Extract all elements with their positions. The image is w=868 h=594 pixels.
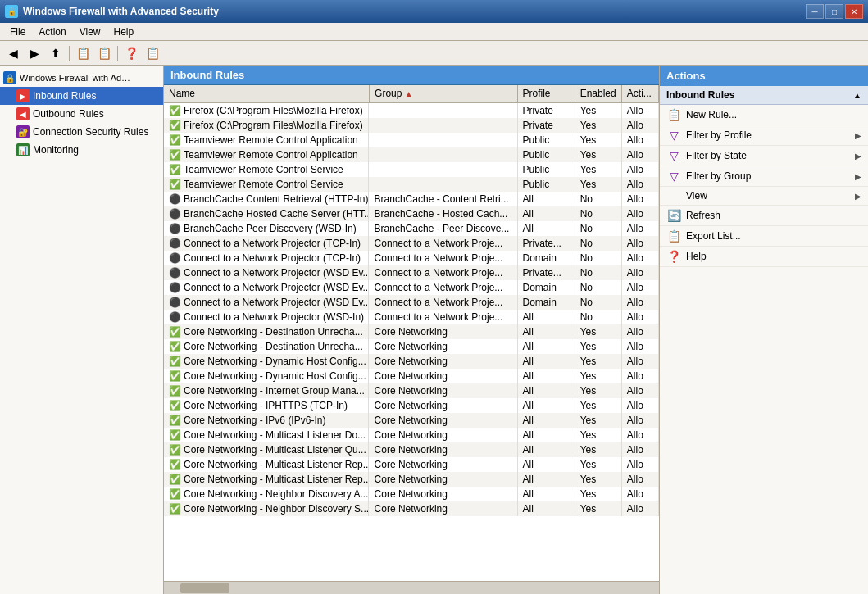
cell-action: Allo <box>621 413 658 428</box>
sidebar-root-item[interactable]: 🔒 Windows Firewall with Advanc... <box>0 69 163 87</box>
table-row[interactable]: ✅ Core Networking - Multicast Listener D… <box>164 428 659 442</box>
table-row[interactable]: ✅ Core Networking - IPv6 (IPv6-In) Core … <box>164 413 659 428</box>
table-row[interactable]: ✅ Teamviewer Remote Control Service Publ… <box>164 177 659 192</box>
action-export-list[interactable]: 📋 Export List... <box>660 226 868 247</box>
action-new-rule[interactable]: 📋 New Rule... <box>660 105 868 125</box>
table-row[interactable]: ✅ Core Networking - Destination Unrecha.… <box>164 324 659 339</box>
table-row[interactable]: ⚫ Connect to a Network Projector (WSD Ev… <box>164 265 659 280</box>
toolbar-list[interactable]: 📋 <box>143 44 162 62</box>
refresh-icon: 🔄 <box>666 209 681 222</box>
cell-group: Core Networking <box>370 501 517 516</box>
cell-group: Connect to a Network Proje... <box>370 251 517 265</box>
cell-enabled: No <box>575 265 621 280</box>
horizontal-scrollbar[interactable] <box>164 581 659 594</box>
cell-profile: All <box>517 221 575 236</box>
filter-state-submenu-arrow: ▶ <box>855 152 861 161</box>
rule-name: Firefox (C:\Program Files\Mozilla Firefo… <box>184 105 363 116</box>
cell-enabled: Yes <box>575 324 621 339</box>
cell-profile: All <box>517 398 575 413</box>
cell-profile: All <box>517 192 575 206</box>
col-name[interactable]: Name <box>164 85 370 102</box>
table-row[interactable]: ✅ Core Networking - Internet Group Mana.… <box>164 383 659 398</box>
sidebar-item-outbound[interactable]: ◀ Outbound Rules <box>0 105 163 123</box>
toolbar-copy1[interactable]: 📋 <box>73 44 93 62</box>
cell-name: ✅ Core Networking - IPHTTPS (TCP-In) <box>164 398 369 413</box>
table-row[interactable]: ✅ Core Networking - IPHTTPS (TCP-In) Cor… <box>164 398 659 413</box>
table-row[interactable]: ✅ Teamviewer Remote Control Application … <box>164 147 659 162</box>
toolbar-up[interactable]: ⬆ <box>46 44 66 62</box>
table-row[interactable]: ⚫ Connect to a Network Projector (WSD Ev… <box>164 280 659 295</box>
help-icon: ❓ <box>666 250 681 263</box>
table-row[interactable]: ✅ Core Networking - Multicast Listener Q… <box>164 442 659 457</box>
action-view[interactable]: View ▶ <box>660 187 868 206</box>
table-row[interactable]: ⚫ Connect to a Network Projector (WSD Ev… <box>164 295 659 310</box>
rules-table: Name Group ▲ Profile Enabled Acti... ✅ F… <box>164 85 659 516</box>
toolbar-copy2[interactable]: 📋 <box>94 44 114 62</box>
cell-name: ✅ Core Networking - Dynamic Host Config.… <box>164 354 369 369</box>
table-row[interactable]: ⚫ Connect to a Network Projector (WSD-In… <box>164 310 659 324</box>
cell-name: ⚫ BranchCache Peer Discovery (WSD-In) <box>164 221 369 236</box>
menu-file[interactable]: File <box>3 25 32 39</box>
action-help[interactable]: ❓ Help <box>660 247 868 267</box>
table-row[interactable]: ⚫ BranchCache Content Retrieval (HTTP-In… <box>164 192 659 206</box>
action-new-rule-label: New Rule... <box>686 109 737 120</box>
col-group[interactable]: Group ▲ <box>370 85 517 102</box>
scrollbar-thumb[interactable] <box>180 583 229 593</box>
rule-name: Teamviewer Remote Control Application <box>184 134 358 146</box>
table-row[interactable]: ✅ Core Networking - Dynamic Host Config.… <box>164 354 659 369</box>
cell-name: ⚫ Connect to a Network Projector (TCP-In… <box>164 236 369 251</box>
rules-table-container[interactable]: Name Group ▲ Profile Enabled Acti... ✅ F… <box>164 85 659 581</box>
action-filter-state[interactable]: ▽ Filter by State ▶ <box>660 146 868 166</box>
table-row[interactable]: ✅ Core Networking - Destination Unrecha.… <box>164 339 659 354</box>
table-row[interactable]: ✅ Teamviewer Remote Control Application … <box>164 133 659 147</box>
table-row[interactable]: ✅ Firefox (C:\Program Files\Mozilla Fire… <box>164 118 659 133</box>
cell-group: Core Networking <box>370 324 517 339</box>
table-row[interactable]: ✅ Core Networking - Neighbor Discovery A… <box>164 487 659 501</box>
col-profile[interactable]: Profile <box>517 85 575 102</box>
rule-name: Connect to a Network Projector (TCP-In) <box>184 238 361 249</box>
cell-action: Allo <box>621 162 658 177</box>
status-icon: ✅ <box>169 164 181 175</box>
close-button[interactable]: ✕ <box>845 4 863 19</box>
table-row[interactable]: ✅ Core Networking - Multicast Listener R… <box>164 457 659 472</box>
toolbar-forward[interactable]: ▶ <box>25 44 44 62</box>
table-row[interactable]: ⚫ Connect to a Network Projector (TCP-In… <box>164 251 659 265</box>
col-action[interactable]: Acti... <box>621 85 658 102</box>
cell-action: Allo <box>621 236 658 251</box>
menu-help[interactable]: Help <box>107 25 141 39</box>
export-icon: 📋 <box>666 229 681 243</box>
minimize-button[interactable]: ─ <box>806 4 824 19</box>
cell-enabled: No <box>575 295 621 310</box>
col-enabled[interactable]: Enabled <box>575 85 621 102</box>
status-icon: ✅ <box>169 356 181 367</box>
table-row[interactable]: ✅ Core Networking - Neighbor Discovery S… <box>164 501 659 516</box>
sidebar-item-monitoring[interactable]: 📊 Monitoring <box>0 141 163 159</box>
menu-view[interactable]: View <box>73 25 107 39</box>
table-row[interactable]: ✅ Core Networking - Dynamic Host Config.… <box>164 369 659 383</box>
cell-name: ✅ Core Networking - Multicast Listener R… <box>164 457 369 472</box>
toolbar-help[interactable]: ❓ <box>121 44 141 62</box>
rule-name: BranchCache Hosted Cache Server (HTT... <box>184 208 369 220</box>
action-refresh[interactable]: 🔄 Refresh <box>660 206 868 226</box>
cell-action: Allo <box>621 457 658 472</box>
title-bar: 🔒 Windows Firewall with Advanced Securit… <box>0 0 868 23</box>
action-filter-profile-label: Filter by Profile <box>686 129 752 141</box>
table-row[interactable]: ⚫ BranchCache Peer Discovery (WSD-In) Br… <box>164 221 659 236</box>
action-filter-group[interactable]: ▽ Filter by Group ▶ <box>660 166 868 187</box>
status-icon: ⚫ <box>169 238 181 249</box>
table-row[interactable]: ⚫ Connect to a Network Projector (TCP-In… <box>164 236 659 251</box>
cell-action: Allo <box>621 295 658 310</box>
maximize-button[interactable]: □ <box>825 4 843 19</box>
actions-section-header[interactable]: Inbound Rules ▲ <box>660 86 868 105</box>
table-row[interactable]: ✅ Core Networking - Multicast Listener R… <box>164 472 659 487</box>
table-row[interactable]: ✅ Firefox (C:\Program Files\Mozilla Fire… <box>164 102 659 118</box>
action-filter-profile[interactable]: ▽ Filter by Profile ▶ <box>660 125 868 146</box>
table-row[interactable]: ⚫ BranchCache Hosted Cache Server (HTT..… <box>164 206 659 221</box>
cell-profile: All <box>517 501 575 516</box>
table-row[interactable]: ✅ Teamviewer Remote Control Service Publ… <box>164 162 659 177</box>
toolbar-back[interactable]: ◀ <box>3 44 23 62</box>
menu-action[interactable]: Action <box>32 25 72 39</box>
cell-group: Core Networking <box>370 369 517 383</box>
sidebar-item-connection-security[interactable]: 🔐 Connection Security Rules <box>0 123 163 141</box>
sidebar-item-inbound[interactable]: ▶ Inbound Rules <box>0 87 163 105</box>
